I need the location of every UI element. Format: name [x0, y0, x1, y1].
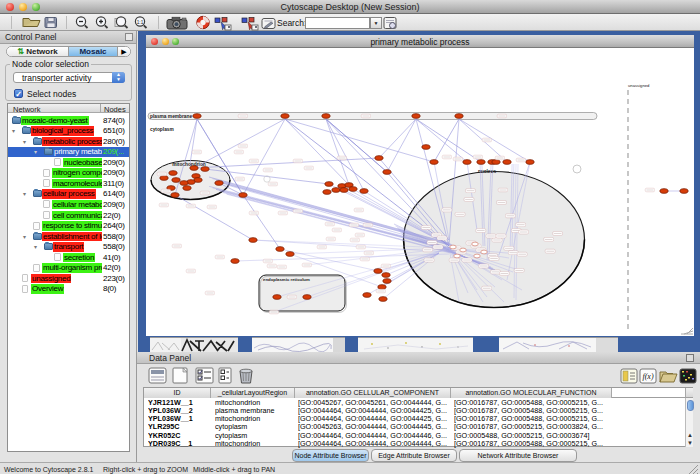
- svg-text:plasma membrane: plasma membrane: [150, 114, 192, 119]
- svg-text:cytoplasm: cytoplasm: [150, 127, 174, 132]
- svg-text:f(x): f(x): [642, 372, 653, 381]
- svg-text:endoplasmic reticulum: endoplasmic reticulum: [263, 277, 310, 282]
- svg-text:unassigned: unassigned: [628, 83, 650, 88]
- svg-text:1:1: 1:1: [137, 20, 144, 25]
